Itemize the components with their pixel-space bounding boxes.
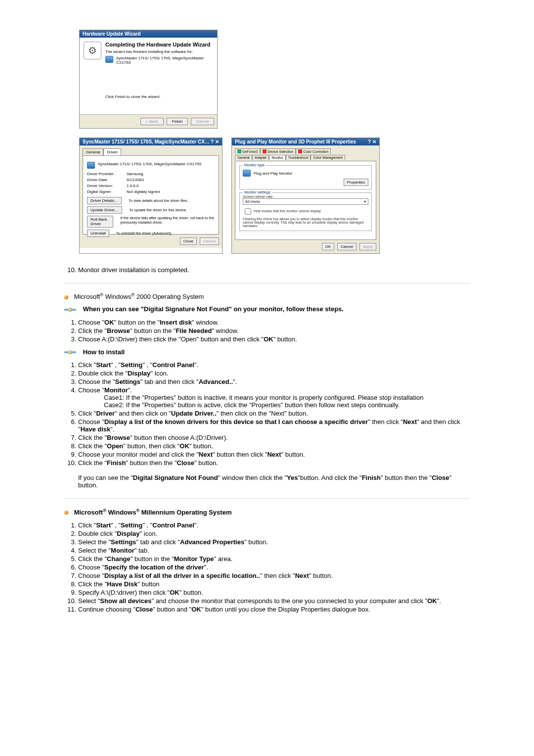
me-step-5: Click the "Change" button in the "Monito… [78,555,470,563]
hide-modes-checkbox[interactable] [245,208,251,215]
roll-back-driver-button[interactable]: Roll Back Driver [87,216,113,228]
value-digital-signer: Not digitally signed [127,189,160,194]
divider [64,498,470,499]
case1: Case1: If the "Properties" button is ina… [104,394,470,401]
wizard-icon: ⚙ [84,42,101,59]
tab-geforce3[interactable]: GeForce3 [235,148,260,154]
label-driver-version: Driver Version: [87,184,127,188]
wizard-device-name: SyncMaster 171S/ 175S/ 170S, MagicSyncMa… [116,56,213,65]
close-button[interactable]: Close [180,237,197,245]
hide-modes-label: Hide modes that this monitor cannot disp… [254,209,321,213]
roll-back-desc: If the device fails after updating the d… [120,216,215,225]
monitor-icon [87,162,95,169]
install-step-9: Choose your monitor model and click the … [78,450,470,459]
install-step-6: Choose "Display a list of the known driv… [78,418,470,433]
cancel-button[interactable]: Cancel [191,118,214,125]
device-name: SyncMaster 171S/ 175S/ 170S, MagicSyncMa… [98,162,201,169]
label-driver-provider: Driver Provider: [87,172,127,176]
dsig-step-3: Choose A:(D:\Driver) then click the "Ope… [78,335,470,343]
wizard-body-text: The wizard has finished installing the s… [105,49,213,54]
cancel-button-2[interactable]: Cancel [337,243,356,250]
hardware-update-wizard-window: Hardware Update Wizard ⚙ Completing the … [79,30,218,129]
update-driver-button[interactable]: Update Driver… [87,206,122,214]
monitor-name: Plug and Play Monitor [254,171,292,176]
badge-icon [64,306,76,313]
install-step-10: Click the "Finish" button then the "Clos… [78,459,470,489]
tab-driver[interactable]: Driver [103,148,121,155]
divider [64,283,470,284]
uninstall-desc: To uninstall the driver (Advanced). [116,231,172,236]
value-driver-version: 1.0.0.0 [127,184,138,188]
me-step-7: Choose "Display a list of all the driver… [78,571,470,580]
me-step-6: Choose "Specify the location of the driv… [78,563,470,571]
apply-button[interactable]: Apply [359,243,376,250]
bullet-icon [64,295,68,299]
install-step-4: Choose "Monitor". Case1: If the "Propert… [78,386,470,409]
back-button[interactable]: < Back [140,118,164,125]
driver-details-desc: To view details about the driver files. [129,198,188,203]
tab-general-2[interactable]: General [235,155,252,160]
uninstall-button[interactable]: Uninstall [87,230,109,237]
properties-button[interactable]: Properties [344,179,368,186]
tab-color-correction[interactable]: Color Correction [296,148,331,154]
label-digital-signer: Digital Signer: [87,189,127,194]
value-driver-date: 9/11/2001 [127,178,144,182]
win2000-heading: Microsoft® Windows® 2000 Operating Syste… [64,292,470,300]
install-step-5: Click "Driver" and then click on "Update… [78,409,470,418]
wizard-footnote: Click Finish to close the wizard. [105,94,213,99]
install-step-2: Double click the "Display" Icon. [78,369,470,378]
value-driver-provider: Samsung [127,172,143,176]
install-step-3: Choose the "Settings" tab and then click… [78,378,470,386]
badge-icon [64,349,76,356]
group-monitor-type: Monitor type [243,163,266,167]
finish-button[interactable]: Finish [167,118,188,125]
refresh-rate-label: Screen refresh rate: [243,195,368,198]
wizard-titlebar: Hardware Update Wizard [80,30,217,38]
me-step-2: Double click "Display" icon. [78,529,470,538]
me-step-8: Click the "Have Disk" button [78,580,470,588]
me-step-3: Select the "Settings" tab and click "Adv… [78,538,470,546]
winme-heading: Microsoft® Windows® Millennium Operating… [64,508,470,516]
monitor-props-title: Plug and Play Monitor and 3D Prophet III… [232,138,379,145]
chevron-down-icon: ▾ [364,199,366,204]
driver-properties-window: SyncMaster 171S/ 175S/ 170S, MagicSyncMa… [79,138,222,254]
install-step-7: Click the "Browse" button then choose A:… [78,433,470,442]
me-step-9: Specify A:\(D:\driver) then click "OK" b… [78,588,470,597]
refresh-rate-dropdown[interactable]: 60 Hertz ▾ [243,198,368,205]
install-step-1: Click "Start" , "Setting" , "Control Pan… [78,361,470,369]
monitor-icon [243,170,251,177]
tab-device-selection[interactable]: Device Selection [260,148,296,154]
refresh-rate-value: 60 Hertz [245,199,260,204]
update-driver-desc: To update the driver for this device. [129,208,187,212]
tab-general[interactable]: General [83,148,103,155]
driver-props-title: SyncMaster 171S/ 175S/ 170S, MagicSyncMa… [80,138,222,145]
howto-heading: How to install [64,348,470,356]
me-step-11: Continue choosing "Close" button and "OK… [78,605,470,614]
me-step-1: Click "Start" , "Setting" , "Control Pan… [78,521,470,529]
warning-text: Clearing this check box allows you to se… [243,217,368,228]
nvidia-icon [237,149,241,153]
step-10: Monitor driver installation is completed… [78,266,470,274]
install-step-8: Click the "Open" button, then click "OK"… [78,442,470,450]
case2: Case2: If the "Properties" button is act… [104,401,470,409]
monitor-icon [105,56,113,63]
post-step: If you can see the "Digital Signature No… [78,474,451,489]
cancel-button[interactable]: Cancel [200,237,219,245]
me-step-10: Select "Show all devices" and choose the… [78,597,470,605]
bullet-icon [64,511,68,515]
tab-adapter[interactable]: Adapter [252,155,269,160]
dsig-heading: When you can see "Digital Signature Not … [64,305,470,313]
tab-color-management[interactable]: Color Management [311,155,345,160]
device-icon [263,149,267,153]
driver-details-button[interactable]: Driver Details… [87,197,122,204]
tab-monitor[interactable]: Monitor [269,155,285,160]
dsig-step-2: Click the "Browse" button on the "File N… [78,327,470,335]
color-icon [298,149,302,153]
dsig-step-1: Choose "OK" button on the "Insert disk" … [78,318,470,327]
me-step-4: Select the "Monitor" tab. [78,546,470,555]
tab-troubleshoot[interactable]: Troubleshoot [286,155,311,160]
group-monitor-settings: Monitor settings [243,190,272,194]
monitor-properties-window: Plug and Play Monitor and 3D Prophet III… [231,138,380,254]
ok-button[interactable]: OK [322,243,335,250]
label-driver-date: Driver Date: [87,178,127,182]
